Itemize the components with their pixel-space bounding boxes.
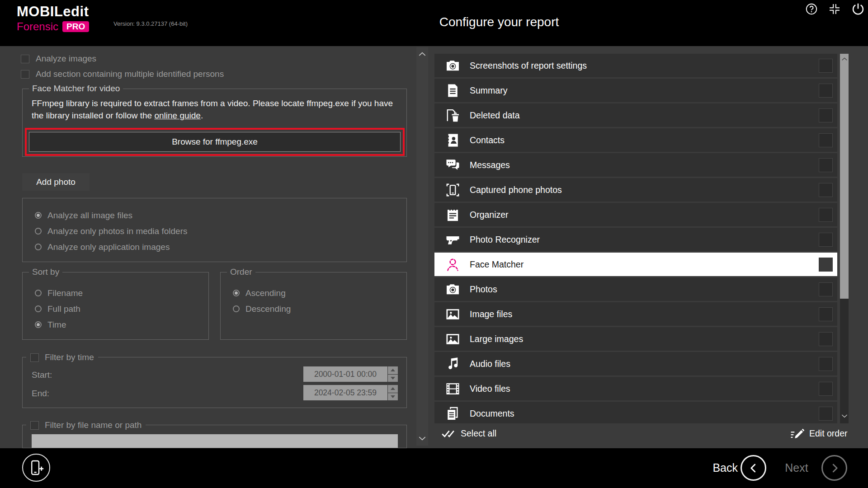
radio-option[interactable]: Time [35,317,208,333]
left-panel-scrollbar[interactable] [416,47,428,446]
end-time-input[interactable]: 2024-02-05 23:59 [303,385,398,400]
checkbox-row[interactable]: Add section containing multiple identifi… [21,66,224,82]
radio-label: Analyze only photos in media folders [47,226,187,236]
filter-by-name-group: Filter by file name or path [22,425,407,448]
help-icon[interactable] [805,3,818,15]
radio-button[interactable] [35,305,42,312]
report-section-label: Deleted data [470,110,520,121]
face-matcher-icon [445,257,460,272]
radio-option[interactable]: Analyze all image files [35,207,406,223]
add-device-button[interactable] [22,454,50,482]
report-list-scrollbar[interactable] [840,54,849,423]
report-section-row[interactable]: Audio files [434,352,837,375]
radio-button[interactable] [35,321,42,328]
report-section-checkbox[interactable] [819,258,833,272]
select-all-button[interactable]: Select all [441,427,496,440]
checkbox[interactable] [21,70,29,79]
back-button[interactable] [741,455,766,481]
checkbox[interactable] [21,55,29,63]
phone-photos-icon [445,183,460,197]
spin-down-icon[interactable] [388,375,398,382]
top-bar: MOBILedit Forensic PRO Version: 9.3.0.27… [0,0,868,46]
spin-down-icon[interactable] [388,393,398,401]
report-section-row[interactable]: Face Matcher [434,253,837,276]
spin-up-icon[interactable] [388,366,398,374]
radio-option[interactable]: Descending [233,301,406,317]
radio-option[interactable]: Ascending [233,285,406,301]
report-section-row[interactable]: Photo Recognizer [434,228,837,251]
report-section-row[interactable]: Deleted data [434,103,837,127]
contacts-icon [445,133,460,148]
report-section-checkbox[interactable] [819,84,833,98]
report-section-checkbox[interactable] [819,183,833,197]
report-section-row[interactable]: Video files [434,377,837,400]
back-label[interactable]: Back [696,461,738,474]
radio-option[interactable]: Analyze only application images [35,239,406,255]
filter-name-label: Filter by file name or path [45,420,142,430]
scroll-down-icon[interactable] [418,434,427,443]
spin-up-icon[interactable] [388,385,398,393]
resize-icon[interactable] [828,3,841,15]
report-section-checkbox[interactable] [819,307,833,321]
radio-button[interactable] [35,212,42,219]
messages-icon [445,158,460,173]
radio-button[interactable] [233,290,240,296]
radio-button[interactable] [233,305,240,312]
report-section-checkbox[interactable] [819,59,833,73]
radio-option[interactable]: Full path [35,301,208,317]
sort-by-group: Sort by FilenameFull pathTime [22,272,209,340]
power-icon[interactable] [851,2,865,16]
filename-filter-input[interactable] [32,434,398,448]
radio-label: Time [47,320,66,330]
logo-subtitle-row: Forensic PRO [17,20,89,33]
report-section-checkbox[interactable] [819,282,833,296]
report-section-checkbox[interactable] [819,357,833,371]
report-section-row[interactable]: Messages [434,153,837,177]
start-time-input[interactable]: 2000-01-01 00:00 [303,366,398,382]
report-section-row[interactable]: Organizer [434,203,837,226]
add-photo-button[interactable]: Add photo [22,173,90,191]
report-section-label: Documents [470,408,514,419]
report-section-checkbox[interactable] [819,233,833,247]
report-section-checkbox[interactable] [819,158,833,172]
select-all-icon [441,427,455,440]
report-section-row[interactable]: Summary [434,79,837,102]
filter-time-header[interactable]: Filter by time [26,352,98,362]
radio-option[interactable]: Filename [35,285,208,301]
checkbox-row[interactable]: Analyze images [21,51,224,66]
report-section-checkbox[interactable] [819,407,833,421]
radio-label: Ascending [245,288,286,298]
documents-icon [445,406,460,421]
chevron-left-icon [748,462,760,474]
radio-option[interactable]: Analyze only photos in media folders [35,223,406,239]
report-section-checkbox[interactable] [819,332,833,346]
report-section-row[interactable]: Contacts [434,128,837,152]
edit-order-button[interactable]: Edit order [790,427,848,441]
radio-button[interactable] [35,244,42,250]
scroll-up-icon[interactable] [418,50,427,59]
summary-icon [445,83,460,98]
filter-time-checkbox[interactable] [30,353,39,362]
scroll-down-icon[interactable] [840,412,848,420]
report-section-row[interactable]: Photos [434,277,837,301]
report-section-row[interactable]: Large images [434,327,837,351]
filter-name-header[interactable]: Filter by file name or path [26,420,146,430]
report-section-checkbox[interactable] [819,382,833,396]
next-button[interactable] [821,455,847,481]
report-section-checkbox[interactable] [819,208,833,222]
filter-name-checkbox[interactable] [30,421,39,430]
next-label[interactable]: Next [776,461,817,474]
report-section-row[interactable]: Screenshots of report settings [434,54,837,77]
browse-ffmpeg-button[interactable]: Browse for ffmpeg.exe [29,132,401,152]
online-guide-link[interactable]: online guide [154,111,200,120]
report-section-checkbox[interactable] [819,133,833,147]
report-section-row[interactable]: Captured phone photos [434,178,837,202]
scroll-up-icon[interactable] [841,56,848,63]
radio-button[interactable] [35,228,42,235]
report-sections-list: Screenshots of report settingsSummaryDel… [434,54,837,423]
report-section-row[interactable]: Image files [434,302,837,326]
report-section-row[interactable]: Documents [434,402,837,423]
report-section-checkbox[interactable] [819,108,833,122]
radio-button[interactable] [35,290,42,296]
scrollbar-thumb[interactable] [840,54,849,299]
